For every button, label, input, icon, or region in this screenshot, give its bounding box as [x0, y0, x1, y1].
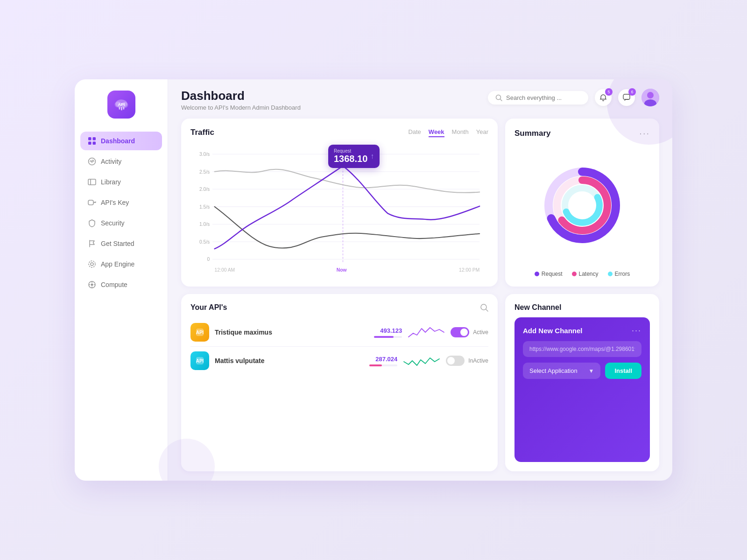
- channel-url-input[interactable]: [523, 341, 641, 357]
- svg-text:API: API: [196, 358, 204, 364]
- legend-item-request: Request: [535, 271, 563, 277]
- apis-header: Your API's: [190, 303, 488, 312]
- legend-dot-request: [535, 272, 539, 276]
- toggle-knob-1: [460, 329, 468, 336]
- traffic-title: Traffic: [190, 128, 214, 137]
- channel-bottom-row: Select Application ▼ Install: [523, 363, 641, 379]
- install-button[interactable]: Install: [605, 363, 641, 379]
- sidebar-item-label: Dashboard: [101, 137, 135, 145]
- api-bar-wrap-1: [374, 336, 402, 338]
- svg-text:12:00 PM: 12:00 PM: [459, 266, 479, 272]
- svg-rect-3: [119, 107, 120, 109]
- channel-inner-header: Add New Channel ···: [523, 326, 641, 336]
- select-application-dropdown[interactable]: Select Application ▼: [523, 363, 600, 379]
- header: Dashboard Welcome to API's Modern Admin …: [168, 79, 672, 115]
- tab-date[interactable]: Date: [408, 128, 421, 137]
- api-name-1: Tristique maximus: [215, 329, 364, 336]
- messages-badge: 6: [628, 88, 636, 96]
- tab-year[interactable]: Year: [476, 128, 488, 137]
- library-icon: [88, 178, 96, 186]
- sparkline-2: [403, 352, 440, 369]
- toggle-wrap-2: InActive: [446, 356, 488, 366]
- chart-area: 3.0/s 2.5/s 2.0/s 1.5/s 1.0/s 0.5/s 0 12…: [190, 145, 488, 277]
- traffic-chart: 3.0/s 2.5/s 2.0/s 1.5/s 1.0/s 0.5/s 0 12…: [190, 145, 488, 277]
- svg-point-20: [89, 261, 95, 267]
- chat-icon: [623, 94, 630, 101]
- svg-point-22: [91, 284, 93, 286]
- sidebar-item-compute[interactable]: Compute: [80, 275, 162, 294]
- legend-label: Request: [542, 271, 563, 277]
- svg-text:3.0/s: 3.0/s: [199, 151, 210, 157]
- chevron-down-icon: ▼: [589, 368, 594, 374]
- api-bar-wrap-2: [369, 364, 397, 366]
- page-subtitle: Welcome to API's Modern Admin Dashboard: [181, 104, 301, 111]
- sidebar-item-app-engine[interactable]: App Engine: [80, 255, 162, 273]
- toggle-2[interactable]: [446, 356, 465, 366]
- notification-button[interactable]: 5: [595, 89, 612, 106]
- sidebar: API Dashboard Activity: [75, 79, 168, 481]
- main-content: Dashboard Welcome to API's Modern Admin …: [168, 79, 672, 481]
- toggle-knob-2: [447, 357, 455, 364]
- apis-title: Your API's: [190, 303, 227, 312]
- summary-card: Summary ···: [505, 119, 659, 287]
- sidebar-item-security[interactable]: Security: [80, 214, 162, 232]
- sidebar-nav: Dashboard Activity Library: [75, 132, 168, 296]
- svg-point-19: [91, 263, 93, 266]
- tab-week[interactable]: Week: [429, 128, 444, 137]
- api-row: API Mattis vulputate 287.024: [190, 347, 488, 375]
- activity-icon: [88, 157, 96, 166]
- svg-rect-9: [88, 142, 92, 145]
- svg-text:API: API: [118, 102, 125, 107]
- search-bar: [488, 91, 588, 105]
- svg-line-28: [500, 99, 502, 101]
- sidebar-item-label: Security: [101, 219, 125, 227]
- dashboard-content: Traffic Date Week Month Year: [168, 115, 672, 481]
- grid-icon: [88, 137, 96, 145]
- svg-text:2.0/s: 2.0/s: [199, 186, 210, 192]
- svg-text:0.5/s: 0.5/s: [199, 239, 210, 245]
- sidebar-item-label: Compute: [101, 281, 127, 288]
- channel-more-button[interactable]: ···: [632, 326, 641, 336]
- svg-rect-12: [88, 179, 96, 185]
- apis-card: Your API's API Tristique maximus 493.123: [181, 294, 498, 471]
- api-value-1: 493.123: [380, 327, 402, 334]
- page-title: Dashboard: [181, 89, 301, 103]
- traffic-card: Traffic Date Week Month Year: [181, 119, 498, 287]
- svg-rect-5: [123, 107, 124, 109]
- security-icon: [88, 219, 96, 227]
- sidebar-item-library[interactable]: Library: [80, 173, 162, 191]
- legend-label: Errors: [615, 271, 630, 277]
- toggle-label-2: InActive: [468, 357, 488, 364]
- traffic-header: Traffic Date Week Month Year: [190, 128, 488, 137]
- api-value-2: 287.024: [375, 356, 397, 363]
- notification-badge: 5: [605, 88, 613, 96]
- flag-icon: [88, 239, 96, 248]
- search-apis-icon[interactable]: [480, 303, 488, 312]
- select-app-label: Select Application: [529, 367, 578, 374]
- legend-dot-latency: [572, 272, 577, 276]
- sidebar-item-apikey[interactable]: API's Key: [80, 193, 162, 212]
- messages-button[interactable]: 6: [618, 89, 635, 106]
- key-icon: [88, 198, 96, 207]
- svg-text:1.5/s: 1.5/s: [199, 204, 210, 210]
- svg-text:API: API: [196, 330, 204, 335]
- sidebar-item-dashboard[interactable]: Dashboard: [80, 132, 162, 150]
- svg-text:0: 0: [207, 256, 210, 262]
- svg-point-58: [481, 304, 486, 310]
- summary-donut-chart: [536, 159, 629, 252]
- summary-legend: Request Latency Errors: [514, 271, 650, 277]
- toggle-1[interactable]: [451, 327, 469, 337]
- sidebar-item-activity[interactable]: Activity: [80, 152, 162, 171]
- search-input[interactable]: [506, 94, 581, 101]
- header-left: Dashboard Welcome to API's Modern Admin …: [181, 89, 301, 111]
- svg-line-59: [486, 309, 488, 311]
- channel-card-title: Add New Channel: [523, 327, 583, 335]
- sidebar-item-get-started[interactable]: Get Started: [80, 234, 162, 253]
- api-value-wrap-2: 287.024: [365, 356, 397, 366]
- app-container: API Dashboard Activity: [75, 79, 672, 481]
- bell-icon: [599, 94, 607, 101]
- api-icon-2: API: [190, 351, 209, 370]
- api-bar-2: [369, 364, 382, 366]
- legend-label: Latency: [579, 271, 599, 277]
- tab-month[interactable]: Month: [452, 128, 469, 137]
